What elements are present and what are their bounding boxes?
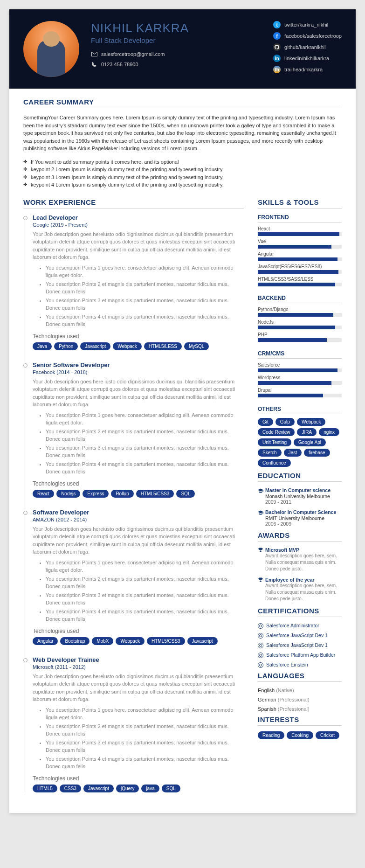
header: NIKHIL KARKRA Full Stack Developer sales… [9,9,356,89]
job-title: Software Developer [33,509,244,516]
education-item: Master in Computer science Monash Univer… [258,487,342,505]
job-company: AMAZON (2012 - 2014) [33,517,244,522]
cert-icon [258,653,263,658]
phone-row[interactable]: 0123 456 78900 [91,61,262,68]
other-badge: JIRA [297,428,317,436]
job-desc: Your Job description goes hereiusto odio… [33,230,244,261]
facebook-icon: f [273,32,281,40]
skill-fill [258,245,331,249]
tech-badges: ReactNodejsExpressRollupHTML5/CSS3SQL [33,490,244,498]
certifications-title: CERTIFICATIONS [258,607,342,615]
divider [258,681,342,682]
tech-label: Technologies used [33,775,244,782]
trophy-icon [258,547,263,553]
social-links: ttwitter/karkra_nikhilffacebook/salesfor… [273,21,342,73]
summary-point: keypoint 4 Lorem Ipsum is simply dummy t… [23,181,342,189]
job-points: You description Points 1 goes here. cons… [33,264,244,328]
skill-fill [258,326,335,329]
skill-fill [258,270,338,274]
social-text: github/karkranikhil [284,44,326,50]
skill-bar [258,368,342,372]
lang-name: Spanish [258,706,276,712]
main-column: WORK EXPERIENCE Lead Developer Google (2… [23,198,244,804]
cert-name: Salesforce Einstein [266,662,308,667]
job-point: You description Points 3 et magnis dis p… [46,591,244,607]
other-badge: Webpack [297,418,326,426]
skill-bar [258,313,342,317]
job-point: You description Points 2 et magnis dis p… [46,428,244,443]
cert-name: Salesforce Platform App Builder [266,652,335,658]
social-facebook[interactable]: ffacebook/salesforcetroop [273,32,342,40]
other-badge: Google Api [294,438,326,446]
social-trailhead[interactable]: thtrailhead/nkarkra [273,66,342,73]
job-desc: Your Job description goes hereiusto odio… [33,673,244,703]
tech-badge: Python [54,342,78,350]
social-linkedin[interactable]: inlinkedin/nikhilkarkra [273,55,342,62]
skill-name: NodeJs [258,319,342,325]
job-point: You description Points 3 et magnis dis p… [46,739,244,754]
lang-item: English (Native) [258,687,342,693]
job-point: You description Points 3 et magnis dis p… [46,297,244,312]
lang-level: (Professional) [278,706,310,712]
tech-badge: Rollup [111,490,133,498]
edu-school: RMIT University Melbourne [265,515,342,521]
social-text: facebook/salesforcetroop [284,33,342,39]
header-main: NIKHIL KARKRA Full Stack Developer sales… [91,21,262,71]
columns: WORK EXPERIENCE Lead Developer Google (2… [23,198,342,804]
skill-row: Angular [258,251,342,261]
tech-badge: HTML5 [33,785,57,792]
tech-badges: JavaPythonJavascriptWebpackHTML5/LESSMyS… [33,342,244,350]
job-item: Senior Software Developer Facebook (2014… [33,361,244,498]
skill-row: NodeJs [258,319,342,329]
job-point: You description Points 1 goes here. cons… [46,264,244,279]
avatar [23,21,79,77]
person-title: Full Stack Developer [91,36,262,44]
others-title: OTHERS [258,406,342,412]
job-title: Senior Software Developer [33,361,244,368]
job-title: Web Developer Trainee [33,656,244,663]
job-point: You description Points 4 et magnis dis p… [46,460,244,476]
divider [258,208,342,208]
trophy-icon [258,577,263,583]
certifications-list: Salesforce AdministratorSalesforce JavaS… [258,623,342,668]
skill-bar [258,270,342,274]
social-github[interactable]: github/karkranikhil [273,43,342,51]
work-title: WORK EXPERIENCE [23,198,244,206]
social-text: linkedin/nikhilkarkra [284,56,329,61]
skill-fill [258,338,327,342]
skill-name: JavaScript(ES5/ES6/ES7/ES8) [258,264,342,269]
job-point: You description Points 1 goes here. cons… [46,411,244,427]
content: CAREER SUMMARY SomethingYour Career Summ… [9,89,356,813]
awards-title: AWARDS [258,531,342,539]
skill-fill [258,313,333,317]
social-twitter[interactable]: ttwitter/karkra_nikhil [273,21,342,28]
job-item: Lead Developer Google (2019 - Present) Y… [33,214,244,350]
lang-level: (Professional) [278,697,310,702]
skill-bar [258,326,342,329]
skill-fill [258,232,339,236]
cert-item: Salesforce Einstein [258,662,342,668]
job-desc: Your Job description goes here iusto odi… [33,378,244,409]
skill-fill [258,257,337,261]
linkedin-icon: in [273,55,281,62]
skills-title: SKILLS & TOOLS [258,198,342,206]
edu-degree: Bachelor in Computer Science [258,509,342,515]
lang-item: German (Professional) [258,697,342,702]
twitter-icon: t [273,21,281,28]
email-row[interactable]: salesforcetroop@gmail.com [91,51,262,57]
job-point: You description Points 1 goes here. cons… [46,559,244,574]
tech-badge: Angular [33,637,58,645]
other-badge: Confluence [258,459,291,467]
cert-icon [258,643,263,648]
tech-label: Technologies used [33,480,244,487]
skill-fill [258,283,335,286]
skill-row: PHP [258,332,342,342]
skill-group-title: CRM/CMS [258,350,342,357]
interests-title: INTERESTS [258,715,342,723]
skill-fill [258,394,323,397]
tech-badge: HTML5/CSS3 [147,637,185,645]
social-text: twitter/karkra_nikhil [284,22,328,28]
skill-name: HTML5/CSS3/SASS/LESS [258,277,342,282]
education-item: Bachelor in Computer Science RMIT Univer… [258,509,342,527]
education-title: EDUCATION [258,472,342,479]
